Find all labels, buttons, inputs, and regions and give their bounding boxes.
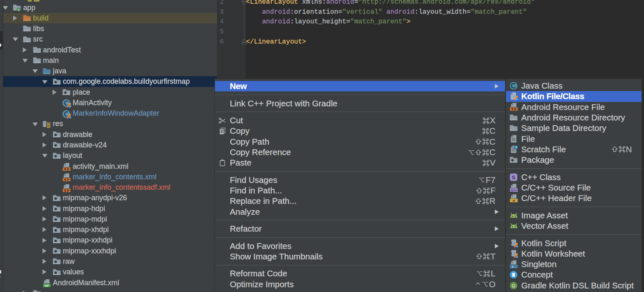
- svg-text:J: J: [512, 265, 513, 268]
- svg-text:H: H: [513, 199, 515, 203]
- svg-text:MF: MF: [45, 284, 49, 288]
- svg-text:G: G: [512, 283, 516, 289]
- svg-text:C++: C++: [511, 188, 517, 192]
- svg-text:S: S: [512, 174, 515, 180]
